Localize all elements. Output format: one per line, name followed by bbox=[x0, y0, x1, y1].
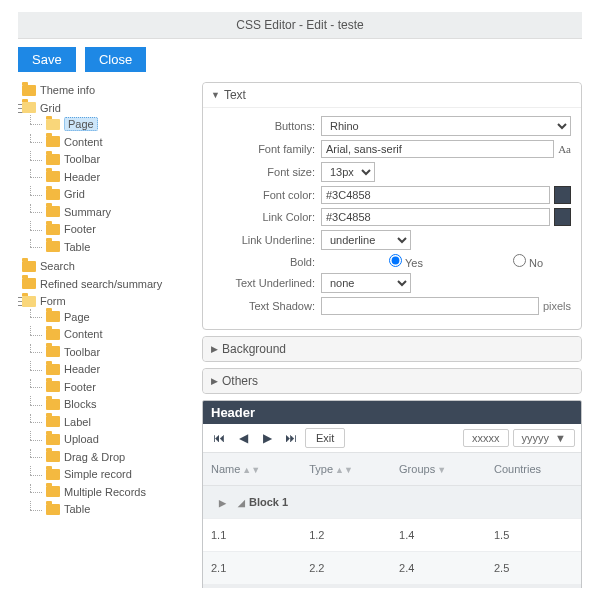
tree-item-toolbar[interactable]: Toolbar bbox=[46, 153, 100, 165]
subtotal-row: Sub-Total 4 bbox=[203, 585, 581, 589]
folder-icon bbox=[46, 329, 60, 340]
font-size-select[interactable]: 13px bbox=[321, 162, 375, 182]
text-shadow-input[interactable] bbox=[321, 297, 539, 315]
folder-icon bbox=[46, 171, 60, 182]
panel-background: ▶ Background bbox=[202, 336, 582, 362]
chevron-up-icon: ◢ bbox=[238, 498, 245, 508]
block-row[interactable]: ▶◢Block 1 bbox=[203, 486, 581, 519]
folder-icon bbox=[22, 296, 36, 307]
tree-item-header[interactable]: Header bbox=[46, 171, 100, 183]
panel-others: ▶ Others bbox=[202, 368, 582, 394]
font-sample-icon[interactable]: Aa bbox=[558, 143, 571, 155]
tree-sidebar: Theme info – Grid Page Content Toolbar H… bbox=[18, 82, 188, 588]
last-icon[interactable]: ⏭ bbox=[281, 428, 301, 448]
folder-icon bbox=[46, 119, 60, 130]
folder-icon bbox=[46, 154, 60, 165]
tree-item[interactable]: Upload bbox=[46, 433, 99, 445]
col-countries[interactable]: Countries bbox=[486, 453, 581, 486]
text-shadow-label: Text Shadow: bbox=[213, 300, 321, 312]
col-name[interactable]: Name▲▼ bbox=[203, 453, 301, 486]
tree-item-form[interactable]: Form bbox=[22, 295, 66, 307]
preview-panel: Header ⏮ ◀ ▶ ⏭ Exit xxxxx yyyyy ▼ Name▲▼ bbox=[202, 400, 582, 588]
tree-item[interactable]: Toolbar bbox=[46, 346, 100, 358]
tree-item-footer[interactable]: Footer bbox=[46, 223, 96, 235]
preview-toolbar: ⏮ ◀ ▶ ⏭ Exit xxxxx yyyyy ▼ bbox=[203, 424, 581, 453]
folder-icon bbox=[46, 451, 60, 462]
toolbar: Save Close bbox=[18, 39, 582, 82]
folder-icon bbox=[46, 311, 60, 322]
folder-icon bbox=[46, 469, 60, 480]
panel-header-others[interactable]: ▶ Others bbox=[203, 369, 581, 393]
tree-item-grid[interactable]: Grid bbox=[22, 102, 61, 114]
folder-icon bbox=[46, 399, 60, 410]
table-row: 2.1 2.2 2.4 2.5 bbox=[203, 552, 581, 585]
link-color-label: Link Color: bbox=[213, 211, 321, 223]
tree-item-theme-info[interactable]: Theme info bbox=[22, 84, 95, 96]
tree-item[interactable]: Footer bbox=[46, 381, 96, 393]
tree-item[interactable]: Label bbox=[46, 416, 91, 428]
next-icon[interactable]: ▶ bbox=[257, 428, 277, 448]
chevron-down-icon: ▼ bbox=[211, 90, 220, 100]
tree-item[interactable]: Drag & Drop bbox=[46, 451, 125, 463]
pixels-unit: pixels bbox=[543, 300, 571, 312]
tree-item-page[interactable]: Page bbox=[46, 117, 98, 131]
tree-item[interactable]: Header bbox=[46, 363, 100, 375]
folder-icon bbox=[46, 434, 60, 445]
link-color-input[interactable] bbox=[321, 208, 550, 226]
panel-header-text[interactable]: ▼ Text bbox=[203, 83, 581, 108]
chevron-right-icon: ▶ bbox=[211, 344, 218, 354]
tree-item[interactable]: Blocks bbox=[46, 398, 96, 410]
tree-item-grid-sub[interactable]: Grid bbox=[46, 188, 85, 200]
filter-y[interactable]: yyyyy ▼ bbox=[513, 429, 576, 447]
tree-item[interactable]: Table bbox=[46, 503, 90, 515]
font-family-input[interactable] bbox=[321, 140, 554, 158]
font-size-label: Font size: bbox=[213, 166, 321, 178]
tree-item-refined[interactable]: Refined search/summary bbox=[22, 278, 162, 290]
tree-item-content[interactable]: Content bbox=[46, 136, 103, 148]
folder-icon bbox=[22, 278, 36, 289]
first-icon[interactable]: ⏮ bbox=[209, 428, 229, 448]
tree-item[interactable]: Multiple Records bbox=[46, 486, 146, 498]
folder-icon bbox=[22, 102, 36, 113]
link-underline-select[interactable]: underline bbox=[321, 230, 411, 250]
folder-icon bbox=[46, 416, 60, 427]
buttons-select[interactable]: Rhino bbox=[321, 116, 571, 136]
folder-icon bbox=[46, 504, 60, 515]
tree-item-summary[interactable]: Summary bbox=[46, 206, 111, 218]
folder-icon bbox=[46, 486, 60, 497]
tree-item-table[interactable]: Table bbox=[46, 241, 90, 253]
folder-icon bbox=[46, 241, 60, 252]
folder-icon bbox=[46, 364, 60, 375]
window-title: CSS Editor - Edit - teste bbox=[18, 12, 582, 39]
color-swatch[interactable] bbox=[554, 208, 571, 226]
tree-item[interactable]: Simple record bbox=[46, 468, 132, 480]
bold-no-radio[interactable]: No bbox=[441, 254, 549, 269]
font-family-label: Font family: bbox=[213, 143, 321, 155]
folder-icon bbox=[46, 189, 60, 200]
folder-icon bbox=[22, 85, 36, 96]
bold-yes-radio[interactable]: Yes bbox=[321, 254, 429, 269]
exit-button[interactable]: Exit bbox=[305, 428, 345, 448]
bold-label: Bold: bbox=[213, 256, 321, 268]
folder-icon bbox=[46, 346, 60, 357]
prev-icon[interactable]: ◀ bbox=[233, 428, 253, 448]
close-button[interactable]: Close bbox=[85, 47, 146, 72]
tree-item-search[interactable]: Search bbox=[22, 260, 75, 272]
filter-x[interactable]: xxxxx bbox=[463, 429, 509, 447]
folder-icon bbox=[46, 136, 60, 147]
content-area: ▼ Text Buttons: Rhino Font family: Aa bbox=[202, 82, 582, 588]
col-groups[interactable]: Groups▼ bbox=[391, 453, 486, 486]
color-swatch[interactable] bbox=[554, 186, 571, 204]
tree-item[interactable]: Content bbox=[46, 328, 103, 340]
folder-icon bbox=[22, 261, 36, 272]
col-type[interactable]: Type▲▼ bbox=[301, 453, 391, 486]
chevron-right-icon: ▶ bbox=[219, 498, 226, 508]
panel-header-background[interactable]: ▶ Background bbox=[203, 337, 581, 361]
folder-icon bbox=[46, 224, 60, 235]
folder-icon bbox=[46, 206, 60, 217]
panel-text: ▼ Text Buttons: Rhino Font family: Aa bbox=[202, 82, 582, 330]
save-button[interactable]: Save bbox=[18, 47, 76, 72]
text-underlined-select[interactable]: none bbox=[321, 273, 411, 293]
tree-item[interactable]: Page bbox=[46, 311, 90, 323]
font-color-input[interactable] bbox=[321, 186, 550, 204]
